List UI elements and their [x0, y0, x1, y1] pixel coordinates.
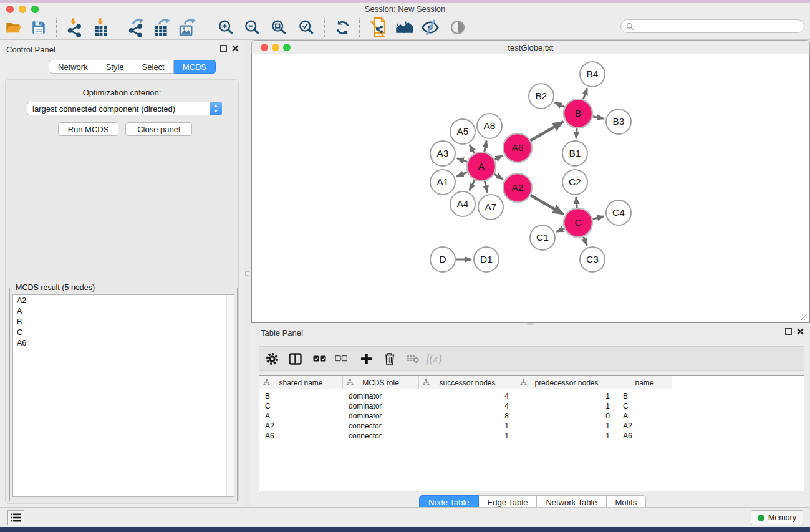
panel-divider-vertical[interactable]: [244, 40, 251, 507]
edge-C-C3[interactable]: [584, 236, 587, 245]
edge-B-B2[interactable]: [555, 102, 565, 107]
import-table-button[interactable]: [90, 16, 112, 39]
close-panel-icon[interactable]: [797, 328, 804, 335]
open-file-button[interactable]: [2, 16, 25, 39]
zoom-fit-button[interactable]: [268, 16, 290, 39]
edge-A-A8[interactable]: [485, 141, 487, 152]
edge-A-A2[interactable]: [494, 174, 503, 179]
import-network-button[interactable]: [64, 16, 86, 39]
table-row[interactable]: A6connector11A6: [259, 431, 804, 441]
table-row[interactable]: Adominator80A: [259, 411, 804, 421]
hide-graphics-details-button[interactable]: [419, 16, 441, 39]
resize-grip[interactable]: [801, 314, 808, 321]
result-scrollbar[interactable]: [226, 295, 234, 496]
node-label-C1: C1: [536, 232, 549, 243]
zoom-in-button[interactable]: [215, 16, 237, 39]
save-session-button[interactable]: [27, 16, 50, 39]
close-panel-icon[interactable]: [232, 45, 239, 52]
edge-B-B1[interactable]: [576, 128, 577, 138]
apply-function-button[interactable]: f(x): [423, 347, 445, 370]
tab-style[interactable]: Style: [97, 60, 133, 74]
import-table-icon: [92, 17, 110, 37]
edge-A-A7[interactable]: [485, 181, 487, 192]
mcds-result-item[interactable]: A2: [13, 295, 234, 306]
float-panel-icon[interactable]: [220, 45, 227, 52]
hide-eye-icon: [421, 18, 440, 37]
edge-A6-B[interactable]: [531, 122, 564, 140]
table-row[interactable]: Cdominator41C: [259, 401, 804, 411]
network-window-title: testGlobe.txt: [252, 43, 809, 52]
checked-boxes-icon: [313, 354, 326, 363]
delete-columns-button[interactable]: [378, 347, 401, 370]
edge-A-A4[interactable]: [470, 180, 475, 191]
network-canvas[interactable]: AA1A2A3A4A5A6A7A8BB1B2B3B4CC1C2C3C4DD1: [251, 54, 810, 323]
edge-B-B3[interactable]: [593, 117, 604, 119]
birdseye-view-button[interactable]: [446, 16, 469, 39]
node-label-C4: C4: [612, 207, 625, 218]
table-options-button[interactable]: [261, 347, 283, 370]
edge-A-A6[interactable]: [494, 155, 503, 160]
delete-table-icon: [407, 354, 419, 364]
node-table[interactable]: shared nameMCDS rolesuccessor nodesprede…: [259, 375, 804, 491]
horizontal-divider-handle[interactable]: [527, 323, 533, 325]
table-row[interactable]: A2connector11A2: [259, 421, 804, 431]
create-network-from-file-button[interactable]: [367, 16, 390, 39]
float-panel-icon[interactable]: [785, 328, 792, 335]
delete-table-button[interactable]: [402, 347, 424, 370]
split-columns-icon: [289, 353, 302, 365]
toggle-column-view-button[interactable]: [284, 347, 306, 370]
edge-C-C1[interactable]: [556, 228, 564, 231]
list-icon: [11, 513, 21, 522]
column-header-name[interactable]: name: [617, 376, 672, 389]
close-panel-button[interactable]: Close panel: [125, 122, 192, 136]
refresh-view-button[interactable]: [331, 16, 354, 39]
edge-A-A3[interactable]: [457, 158, 468, 162]
edge-A-A5[interactable]: [470, 145, 474, 153]
mcds-result-item[interactable]: C: [13, 327, 234, 337]
task-history-button[interactable]: [7, 510, 24, 525]
divider-handle[interactable]: [245, 271, 249, 276]
table-row[interactable]: Bdominator41B: [259, 391, 804, 401]
table-cell: 0: [516, 411, 617, 421]
edge-C-C4[interactable]: [592, 216, 604, 220]
table-header-row: shared nameMCDS rolesuccessor nodesprede…: [259, 376, 804, 389]
tab-select[interactable]: Select: [133, 60, 174, 74]
table-cell: 8: [419, 411, 516, 421]
toolbar-separator: [56, 18, 57, 37]
edge-C-C2[interactable]: [576, 197, 577, 208]
create-column-button[interactable]: [355, 347, 377, 370]
mcds-result-item[interactable]: B: [13, 316, 234, 327]
zoom-selected-button[interactable]: [295, 16, 317, 39]
mcds-result-item[interactable]: A6: [13, 337, 234, 348]
export-network-button[interactable]: [125, 16, 147, 39]
memory-button[interactable]: Memory: [751, 510, 803, 525]
column-header-predecessor-nodes[interactable]: predecessor nodes: [516, 376, 617, 389]
search-field[interactable]: [620, 19, 804, 33]
column-header-MCDS-role[interactable]: MCDS role: [343, 376, 419, 389]
home-button[interactable]: [393, 16, 416, 39]
criterion-dropdown[interactable]: largest connected component (directed): [27, 102, 222, 115]
search-input[interactable]: [637, 22, 793, 31]
select-all-columns-button[interactable]: [308, 347, 330, 370]
table-cell: 1: [419, 431, 516, 441]
column-type-icon: [347, 379, 354, 386]
table-cell: A6: [617, 431, 672, 441]
edge-A-A1[interactable]: [456, 172, 467, 177]
deselect-all-columns-button[interactable]: [330, 347, 352, 370]
mcds-result-list[interactable]: A2ABCA6: [12, 294, 234, 497]
tab-mcds[interactable]: MCDS: [174, 60, 216, 74]
export-image-icon: [178, 17, 196, 37]
export-image-button[interactable]: [176, 16, 198, 39]
edge-B-B4[interactable]: [583, 89, 587, 100]
column-header-shared-name[interactable]: shared name: [259, 376, 343, 389]
run-mcds-button[interactable]: Run MCDS: [58, 122, 118, 136]
export-table-button[interactable]: [150, 16, 173, 39]
column-header-successor-nodes[interactable]: successor nodes: [419, 376, 516, 389]
network-window-titlebar: testGlobe.txt: [251, 40, 810, 54]
main-toolbar: [0, 15, 810, 40]
zoom-out-button[interactable]: [241, 16, 263, 39]
tab-network[interactable]: Network: [49, 60, 97, 74]
edge-A2-C[interactable]: [531, 195, 564, 215]
mcds-result-item[interactable]: A: [13, 306, 234, 316]
network-graph[interactable]: AA1A2A3A4A5A6A7A8BB1B2B3B4CC1C2C3C4DD1: [252, 54, 809, 322]
